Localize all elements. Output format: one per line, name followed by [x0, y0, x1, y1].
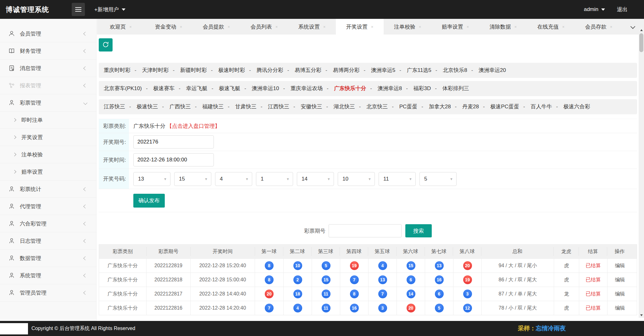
ball-number-select[interactable]: 14 ▼: [297, 172, 334, 186]
sidebar-item[interactable]: 代理管理: [0, 198, 96, 215]
sidebar-item[interactable]: 管理员管理: [0, 284, 96, 301]
edit-link[interactable]: 编辑: [607, 301, 632, 315]
lottery-type-link[interactable]: 澳洲幸运20: [479, 67, 506, 73]
ball-number-select[interactable]: 10 ▼: [338, 172, 375, 186]
ball-number-select[interactable]: 13 ▼: [133, 172, 170, 186]
lottery-type-link[interactable]: 重庆时时彩: [104, 67, 141, 73]
lottery-type-link[interactable]: 极速飞艇: [219, 85, 250, 91]
lottery-type-link[interactable]: 甘肃快三: [235, 104, 267, 110]
tab[interactable]: 会员存款 ×: [575, 19, 623, 35]
lottery-type-link[interactable]: 广西快三: [169, 104, 201, 110]
sidebar-item[interactable]: 即时注单: [0, 111, 96, 129]
edit-link[interactable]: 编辑: [607, 259, 632, 273]
sidebar-item[interactable]: 会员管理: [0, 25, 96, 42]
tab-close-icon[interactable]: ×: [467, 24, 469, 29]
lottery-type-link[interactable]: PC蛋蛋: [399, 104, 427, 110]
tab-close-icon[interactable]: ×: [562, 24, 565, 29]
draw-time-input[interactable]: [133, 153, 214, 166]
tab-close-icon[interactable]: ×: [610, 24, 613, 29]
tab-close-icon[interactable]: ×: [323, 24, 326, 29]
lottery-type-link[interactable]: 安徽快三: [301, 104, 332, 110]
lottery-type-link[interactable]: 北京赛车(PK10): [104, 85, 152, 91]
edit-link[interactable]: 编辑: [607, 273, 632, 287]
tab[interactable]: 赔率设置 ×: [431, 19, 479, 35]
tab-close-icon[interactable]: ×: [371, 24, 374, 29]
lottery-type-link[interactable]: 澳洲幸运8: [378, 85, 412, 91]
confirm-publish-button[interactable]: 确认发布: [133, 194, 165, 208]
sidebar-item[interactable]: 开奖设置: [0, 129, 96, 146]
ball-number-select[interactable]: 15 ▼: [174, 172, 211, 186]
lottery-type-link[interactable]: 澳洲幸运10: [252, 85, 289, 91]
tab[interactable]: 开奖设置 ×: [336, 19, 384, 35]
tab[interactable]: 会员列表 ×: [240, 19, 288, 35]
ball-number-select[interactable]: 4 ▼: [215, 172, 252, 186]
tab[interactable]: 资金变动 ×: [145, 19, 192, 35]
scrollbar-up-arrow[interactable]: [639, 28, 644, 33]
add-user-menu[interactable]: +新增用户: [94, 0, 125, 19]
lottery-type-link[interactable]: 江苏快三: [104, 104, 135, 110]
logout-button[interactable]: 退出: [617, 6, 628, 13]
tab[interactable]: 在线充值 ×: [527, 19, 575, 35]
sidebar-item[interactable]: 赔率设置: [0, 163, 96, 181]
scrollbar-down-arrow[interactable]: [639, 313, 644, 318]
ball-number-select[interactable]: 1 ▼: [256, 172, 293, 186]
sidebar-item[interactable]: 数据管理: [0, 250, 96, 267]
lottery-type-link[interactable]: 极速赛车: [153, 85, 185, 91]
lottery-type-link[interactable]: 易博五分彩: [295, 67, 331, 73]
lottery-type-link[interactable]: 腾讯分分彩: [257, 67, 293, 73]
lottery-type-link[interactable]: 新疆时时彩: [180, 67, 217, 73]
sidebar-item[interactable]: 系统管理: [0, 267, 96, 284]
issue-search-input[interactable]: [329, 224, 402, 237]
tab[interactable]: 注单校验 ×: [384, 19, 431, 35]
refresh-button[interactable]: [99, 38, 113, 51]
lottery-type-link[interactable]: 极速快三: [136, 104, 168, 110]
tab-close-icon[interactable]: ×: [129, 24, 132, 29]
handicap-manage-link[interactable]: 【点击进入盘口管理】: [167, 122, 220, 130]
lottery-type-link[interactable]: 澳洲幸运5: [371, 67, 405, 73]
tab-close-icon[interactable]: ×: [419, 24, 421, 29]
lottery-type-link[interactable]: 幸运飞艇: [186, 85, 218, 91]
tab[interactable]: 欢迎页 ×: [97, 19, 145, 35]
tab-close-icon[interactable]: ×: [514, 24, 517, 29]
lottery-type-link[interactable]: 广东快乐十分: [334, 85, 376, 91]
tab-close-icon[interactable]: ×: [228, 24, 230, 29]
tabs-overflow-chevron-icon[interactable]: [630, 24, 636, 29]
lottery-type-link[interactable]: 天津时时彩: [142, 67, 179, 73]
edit-link[interactable]: 编辑: [607, 287, 632, 301]
sidebar-item[interactable]: 报表管理: [0, 77, 96, 94]
lottery-type-link[interactable]: 北京快三: [366, 104, 398, 110]
ball-number-select[interactable]: 5 ▼: [419, 172, 457, 186]
sidebar-item[interactable]: 消息管理: [0, 60, 96, 77]
issue-input[interactable]: [133, 135, 214, 149]
lottery-type-link[interactable]: 湖北快三: [334, 104, 365, 110]
lottery-type-link[interactable]: 江西快三: [268, 104, 299, 110]
vertical-scrollbar[interactable]: [639, 28, 644, 318]
tab-close-icon[interactable]: ×: [180, 24, 182, 29]
lottery-type-link[interactable]: 极速六合彩: [564, 104, 590, 110]
tab-close-icon[interactable]: ×: [275, 24, 278, 29]
tab[interactable]: 会员提款 ×: [192, 19, 240, 35]
sidebar-item[interactable]: 财务管理: [0, 42, 96, 60]
lottery-type-link[interactable]: 广东11选5: [407, 67, 441, 73]
tab[interactable]: 系统设置 ×: [288, 19, 336, 35]
sidebar-item[interactable]: 注单校验: [0, 146, 96, 163]
lottery-type-link[interactable]: 福彩3D: [414, 85, 441, 91]
sidebar-item[interactable]: 六合彩管理: [0, 215, 96, 232]
lottery-type-link[interactable]: 体彩排列三: [442, 85, 469, 91]
scrollbar-thumb[interactable]: [639, 33, 643, 52]
sidebar-item[interactable]: 彩票统计: [0, 181, 96, 198]
lottery-type-link[interactable]: 极速时时彩: [218, 67, 255, 73]
lottery-type-link[interactable]: 加拿大28: [429, 104, 461, 110]
tab[interactable]: 清除数据 ×: [479, 19, 527, 35]
admin-menu[interactable]: admin: [584, 6, 605, 13]
sidebar-item[interactable]: 日志管理: [0, 232, 96, 250]
ball-number-select[interactable]: 11 ▼: [379, 172, 416, 186]
lottery-type-link[interactable]: 福建快三: [202, 104, 234, 110]
lottery-type-link[interactable]: 重庆幸运农场: [291, 85, 333, 91]
lottery-type-link[interactable]: 丹麦28: [462, 104, 489, 110]
sidebar-item[interactable]: 彩票管理: [0, 94, 96, 111]
sidebar-toggle-button[interactable]: [72, 3, 85, 16]
lottery-type-link[interactable]: 易博两分彩: [333, 67, 369, 73]
lottery-type-link[interactable]: 北京快乐8: [443, 67, 477, 73]
search-button[interactable]: 搜索: [405, 224, 432, 237]
